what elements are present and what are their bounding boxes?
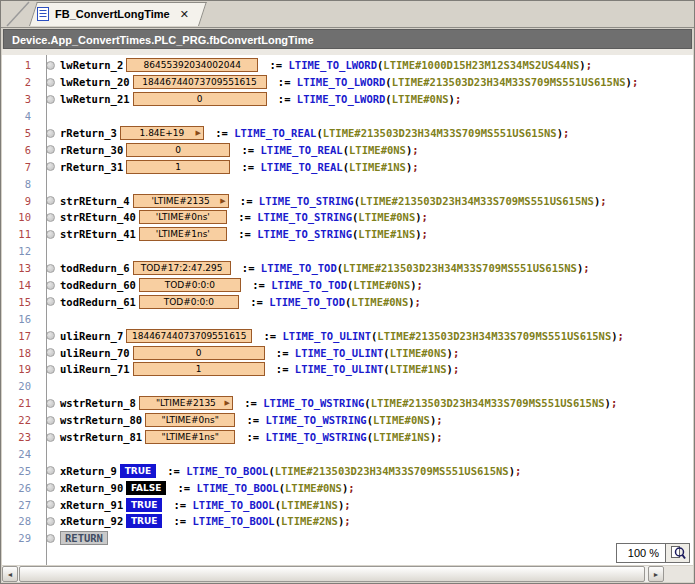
code-text[interactable]: rReturn_311 := LTIME_TO_REAL(LTIME#1NS); — [60, 160, 419, 174]
inline-monitor-value[interactable]: 'LTIME#2135▶ — [133, 194, 229, 208]
breakpoint-gutter[interactable] — [40, 466, 60, 475]
breakpoint-bullet-icon[interactable] — [46, 95, 55, 104]
breakpoint-gutter[interactable] — [40, 196, 60, 205]
breakpoint-gutter[interactable] — [40, 264, 60, 273]
breakpoint-bullet-icon[interactable] — [46, 162, 55, 171]
code-text[interactable]: strREturn_4'LTIME#2135▶ := LTIME_TO_STRI… — [60, 194, 607, 208]
code-text[interactable]: todRedurn_6TOD#17:2:47.295 := LTIME_TO_T… — [60, 261, 590, 275]
inline-monitor-value[interactable]: 18446744073709551615 — [126, 329, 252, 343]
breakpoint-bullet-icon[interactable] — [46, 281, 55, 290]
breakpoint-bullet-icon[interactable] — [46, 365, 55, 374]
breakpoint-gutter[interactable] — [40, 230, 60, 239]
scroll-left-button[interactable]: ◄ — [2, 566, 18, 582]
breakpoint-bullet-icon[interactable] — [46, 297, 55, 306]
inline-monitor-value[interactable]: "LTIME#2135▶ — [139, 396, 233, 410]
code-text[interactable]: lwReturn_286455392034002044 := LTIME_TO_… — [60, 58, 592, 72]
code-text[interactable]: uliReurn_700 := LTIME_TO_ULINT(LTIME#0NS… — [60, 346, 459, 360]
tab-fb-convertlongtime[interactable]: FB_ConvertLongTime ✕ — [29, 2, 199, 26]
code-text[interactable]: todRedurn_61TOD#0:0:0 := LTIME_TO_TOD(LT… — [60, 295, 421, 309]
zoom-button[interactable] — [666, 543, 690, 563]
code-text[interactable]: xReturn_92TRUE := LTIME_TO_BOOL(LTIME#2N… — [60, 514, 351, 528]
inline-monitor-value[interactable]: TRUE — [120, 464, 156, 478]
breakpoint-bullet-icon[interactable] — [46, 416, 55, 425]
breakpoint-bullet-icon[interactable] — [46, 517, 55, 526]
breakpoint-gutter[interactable] — [40, 399, 60, 408]
code-text[interactable]: uliReurn_718446744073709551615 := LTIME_… — [60, 329, 624, 343]
breakpoint-bullet-icon[interactable] — [46, 534, 55, 543]
code-text[interactable]: rReturn_300 := LTIME_TO_REAL(LTIME#0NS); — [60, 143, 419, 157]
expand-arrow-icon[interactable]: ▶ — [224, 400, 229, 407]
inline-monitor-value[interactable]: TOD#0:0:0 — [139, 295, 239, 309]
inline-monitor-value[interactable]: 0 — [133, 346, 265, 360]
breakpoint-bullet-icon[interactable] — [46, 61, 55, 70]
breakpoint-bullet-icon[interactable] — [46, 466, 55, 475]
scrollbar-thumb[interactable] — [19, 566, 645, 582]
code-text[interactable]: todRedurn_60TOD#0:0:0 := LTIME_TO_TOD(LT… — [60, 278, 423, 292]
breakpoint-bullet-icon[interactable] — [46, 264, 55, 273]
inline-monitor-value[interactable]: 0 — [126, 143, 230, 157]
scroll-right-button[interactable]: ► — [648, 566, 664, 582]
breakpoint-gutter[interactable] — [40, 78, 60, 87]
breakpoint-gutter[interactable] — [40, 145, 60, 154]
breakpoint-bullet-icon[interactable] — [46, 500, 55, 509]
breakpoint-gutter[interactable] — [40, 95, 60, 104]
zoom-level-dropdown[interactable]: 100 % — [616, 543, 666, 563]
inline-monitor-value[interactable]: TRUE — [126, 498, 162, 512]
code-text[interactable]: wstrReturn_80"LTIME#0ns" := LTIME_TO_WST… — [60, 413, 443, 427]
breakpoint-bullet-icon[interactable] — [46, 483, 55, 492]
breakpoint-gutter[interactable] — [40, 348, 60, 357]
breakpoint-gutter[interactable] — [40, 500, 60, 509]
breakpoint-gutter[interactable] — [40, 416, 60, 425]
breakpoint-gutter[interactable] — [40, 331, 60, 340]
code-text[interactable]: rReturn_31.84E+19▶ := LTIME_TO_REAL(LTIM… — [60, 126, 569, 140]
inline-monitor-value[interactable]: TOD#17:2:47.295 — [133, 261, 231, 275]
inline-monitor-value[interactable]: 1.84E+19▶ — [120, 126, 204, 140]
inline-monitor-value[interactable]: 0 — [133, 92, 267, 106]
breakpoint-gutter[interactable] — [40, 534, 60, 543]
expand-arrow-icon[interactable]: ▶ — [196, 130, 201, 137]
breakpoint-gutter[interactable] — [40, 129, 60, 138]
code-text[interactable]: strREturn_41'LTIME#1ns' := LTIME_TO_STRI… — [60, 227, 428, 241]
inline-monitor-value[interactable]: 'LTIME#0ns' — [139, 210, 227, 224]
st-code-editor[interactable]: 1lwReturn_286455392034002044 := LTIME_TO… — [2, 55, 693, 565]
code-text[interactable]: strREturn_40'LTIME#0ns' := LTIME_TO_STRI… — [60, 210, 428, 224]
breakpoint-bullet-icon[interactable] — [46, 348, 55, 357]
expand-arrow-icon[interactable]: ▶ — [220, 198, 225, 205]
code-text[interactable]: wstrReturn_8"LTIME#2135▶ := LTIME_TO_WST… — [60, 396, 617, 410]
breakpoint-gutter[interactable] — [40, 281, 60, 290]
code-text[interactable]: RETURN — [60, 531, 108, 545]
inline-monitor-value[interactable]: 86455392034002044 — [126, 58, 258, 72]
inline-monitor-value[interactable]: 'LTIME#1ns' — [139, 227, 227, 241]
inline-monitor-value[interactable]: TOD#0:0:0 — [139, 278, 241, 292]
code-text[interactable]: lwReturn_210 := LTIME_TO_LWORD(LTIME#0NS… — [60, 92, 461, 106]
breakpoint-bullet-icon[interactable] — [46, 145, 55, 154]
breakpoint-bullet-icon[interactable] — [46, 78, 55, 87]
breakpoint-bullet-icon[interactable] — [46, 433, 55, 442]
code-text[interactable]: wstrReturn_81"LTIME#1ns" := LTIME_TO_WST… — [60, 430, 443, 444]
breakpoint-bullet-icon[interactable] — [46, 230, 55, 239]
breakpoint-bullet-icon[interactable] — [46, 196, 55, 205]
code-text[interactable]: xReturn_90FALSE := LTIME_TO_BOOL(LTIME#0… — [60, 481, 355, 495]
breakpoint-gutter[interactable] — [40, 61, 60, 70]
inline-monitor-value[interactable]: 1 — [126, 160, 230, 174]
inline-monitor-value[interactable]: TRUE — [126, 514, 162, 528]
breakpoint-gutter[interactable] — [40, 433, 60, 442]
breakpoint-gutter[interactable] — [40, 365, 60, 374]
tab-close-icon[interactable]: ✕ — [180, 8, 189, 21]
code-text[interactable]: lwReturn_2018446744073709551615 := LTIME… — [60, 75, 638, 89]
inline-monitor-value[interactable]: 18446744073709551615 — [133, 75, 267, 89]
code-text[interactable]: uliReurn_711 := LTIME_TO_ULINT(LTIME#1NS… — [60, 362, 459, 376]
breakpoint-gutter[interactable] — [40, 162, 60, 171]
inline-monitor-value[interactable]: 1 — [133, 362, 265, 376]
breakpoint-bullet-icon[interactable] — [46, 331, 55, 340]
breakpoint-bullet-icon[interactable] — [46, 129, 55, 138]
breakpoint-bullet-icon[interactable] — [46, 213, 55, 222]
inline-monitor-value[interactable]: "LTIME#1ns" — [145, 430, 235, 444]
code-text[interactable]: xReturn_9TRUE := LTIME_TO_BOOL(LTIME#213… — [60, 464, 521, 478]
breakpoint-gutter[interactable] — [40, 483, 60, 492]
breakpoint-gutter[interactable] — [40, 517, 60, 526]
horizontal-scrollbar[interactable]: ◄ ► — [2, 566, 664, 582]
inline-monitor-value[interactable]: FALSE — [126, 481, 166, 495]
breakpoint-bullet-icon[interactable] — [46, 399, 55, 408]
breakpoint-gutter[interactable] — [40, 297, 60, 306]
